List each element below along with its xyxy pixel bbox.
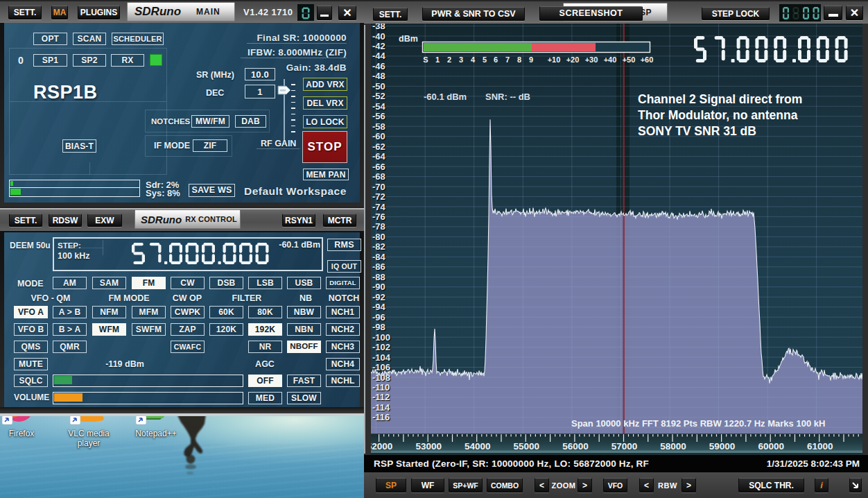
svg-text:-100: -100 <box>372 332 390 343</box>
svg-text:-76: -76 <box>372 212 385 222</box>
svg-text:-98: -98 <box>372 322 385 332</box>
svg-text:-64: -64 <box>372 151 386 162</box>
svg-text:-116: -116 <box>372 412 390 422</box>
svg-text:9: 9 <box>529 55 533 64</box>
svg-text:59000: 59000 <box>709 441 736 452</box>
svg-text:-94: -94 <box>372 302 386 312</box>
svg-text:-96: -96 <box>372 312 385 323</box>
svg-text:56000: 56000 <box>562 441 589 452</box>
svg-text:Thor Modulator, no antenna: Thor Modulator, no antenna <box>638 108 798 122</box>
svg-text:-78: -78 <box>372 221 385 232</box>
svg-text:-90: -90 <box>372 282 385 292</box>
svg-text:Span 10000 kHz FFT 8192 Pts: Span 10000 kHz FFT 8192 Pts RBW 1220.7 H… <box>571 418 825 429</box>
svg-text:-62: -62 <box>372 141 385 152</box>
svg-text:-60.1 dBm: -60.1 dBm <box>424 92 467 102</box>
svg-text:-58: -58 <box>372 121 385 132</box>
svg-text:Channel 2 Signal direct from: Channel 2 Signal direct from <box>638 92 802 106</box>
svg-text:57000: 57000 <box>611 441 638 452</box>
svg-text:-42: -42 <box>372 41 385 51</box>
svg-text:+60: +60 <box>641 55 654 64</box>
svg-text:-88: -88 <box>372 272 385 282</box>
svg-text:+30: +30 <box>585 55 598 64</box>
svg-text:60000: 60000 <box>758 441 784 452</box>
svg-text:SNR: -- dB: SNR: -- dB <box>485 92 530 102</box>
svg-text:-50: -50 <box>372 81 385 92</box>
svg-text:-84: -84 <box>372 252 386 262</box>
svg-text:-108: -108 <box>372 372 390 383</box>
svg-text:4: 4 <box>471 55 476 64</box>
svg-text:-74: -74 <box>372 202 386 212</box>
svg-text:+50: +50 <box>623 55 636 64</box>
svg-text:SONY TV SNR 31 dB: SONY TV SNR 31 dB <box>638 124 756 138</box>
svg-text:-60: -60 <box>372 131 385 141</box>
svg-text:55000: 55000 <box>514 441 540 452</box>
svg-text:-72: -72 <box>372 191 385 202</box>
svg-text:-52: -52 <box>372 91 385 101</box>
svg-text:-40: -40 <box>372 31 385 42</box>
svg-text:54000: 54000 <box>465 441 491 452</box>
svg-text:8: 8 <box>517 55 521 64</box>
svg-text:-48: -48 <box>372 71 385 81</box>
svg-text:6: 6 <box>494 55 498 64</box>
svg-text:-66: -66 <box>372 162 385 172</box>
svg-text:+10: +10 <box>548 55 561 64</box>
svg-text:-106: -106 <box>372 362 390 372</box>
svg-text:-104: -104 <box>372 352 391 363</box>
svg-text:+20: +20 <box>566 55 580 64</box>
svg-text:dBm: dBm <box>399 34 418 44</box>
svg-text:3: 3 <box>459 55 463 64</box>
svg-text:+40: +40 <box>604 55 617 64</box>
svg-text:-56: -56 <box>372 111 385 121</box>
svg-text:-46: -46 <box>372 61 385 71</box>
svg-text:-112: -112 <box>372 392 390 402</box>
svg-text:2: 2 <box>447 55 451 64</box>
svg-text:-102: -102 <box>372 342 390 352</box>
svg-text:-80: -80 <box>372 232 385 242</box>
svg-text:-92: -92 <box>372 292 385 302</box>
svg-text:7: 7 <box>505 55 510 64</box>
svg-text:61000: 61000 <box>807 441 833 452</box>
svg-text:5: 5 <box>483 55 487 64</box>
svg-text:-44: -44 <box>372 51 386 61</box>
svg-text:-82: -82 <box>372 241 385 252</box>
svg-text:-70: -70 <box>372 182 385 192</box>
svg-text:-54: -54 <box>372 101 386 112</box>
svg-text:58000: 58000 <box>660 441 686 452</box>
svg-text:-110: -110 <box>372 382 390 393</box>
svg-text:1: 1 <box>435 55 440 64</box>
svg-text:53000: 53000 <box>415 441 442 452</box>
svg-text:-114: -114 <box>372 402 390 413</box>
svg-text:-68: -68 <box>372 171 385 182</box>
svg-text:S: S <box>423 55 428 64</box>
svg-text:-86: -86 <box>372 261 385 272</box>
svg-text:-38: -38 <box>372 24 385 31</box>
